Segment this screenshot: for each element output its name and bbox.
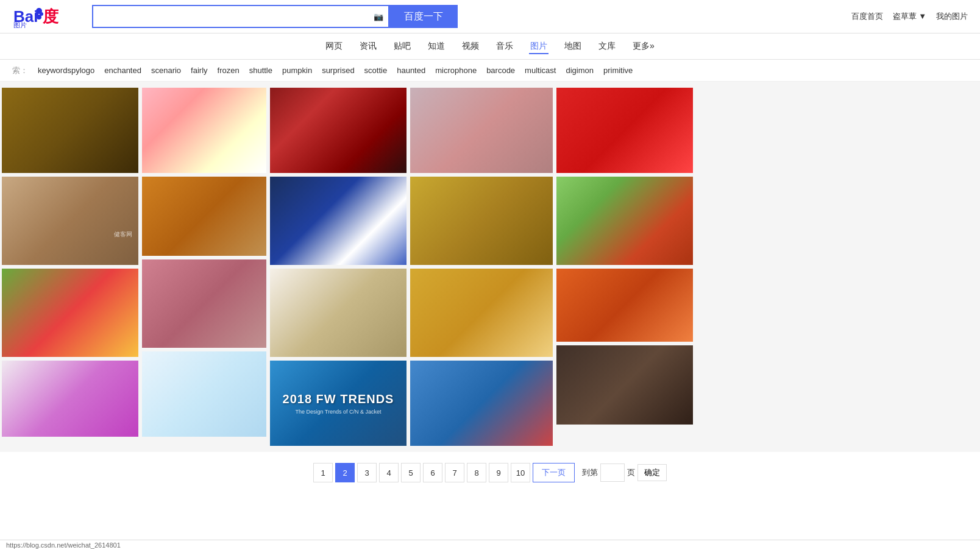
image-card-dark-food[interactable]	[556, 345, 693, 425]
keyword-surprised[interactable]: surprised	[318, 65, 358, 76]
tab-music[interactable]: 音乐	[495, 38, 514, 54]
image-card-noodles[interactable]	[410, 177, 553, 265]
settings-dropdown-icon: ▼	[918, 12, 926, 21]
trends-subtitle: The Design Trends of C/N & Jacket	[295, 409, 381, 415]
nav-tabs: 网页 资讯 贴吧 知道 视频 音乐 图片 地图 文库 更多»	[0, 33, 980, 60]
goto-input[interactable]	[600, 464, 625, 482]
image-card-pumpkin-food[interactable]	[142, 177, 266, 256]
keywords-bar: 索： keywordspylogo enchanted scenario fai…	[0, 60, 980, 82]
page-2-active[interactable]: 2	[335, 463, 355, 482]
trends-overlay: 2018 FW TRENDS The Design Trends of C/N …	[270, 361, 407, 446]
page-goto: 到第 页 确定	[582, 464, 667, 482]
image-col-0: out/' target='_blank'> a name='innerlink…	[0, 88, 140, 446]
tab-map[interactable]: 地图	[563, 38, 583, 54]
pagination: 1 2 3 4 5 6 7 8 9 10 下一页 到第 页 确定	[0, 452, 980, 493]
search-input-container: keyword 📷	[92, 5, 389, 28]
image-card-people[interactable]	[556, 177, 693, 265]
keyword-multicast[interactable]: multicast	[521, 65, 559, 76]
tab-more[interactable]: 更多»	[631, 38, 656, 54]
header: Bai 度 图片 keyword 📷 百度一下 百度首页 盗草蕈 ▼ 我的图片	[0, 0, 980, 33]
tab-webpage[interactable]: 网页	[324, 38, 344, 54]
keyword-pumpkin[interactable]: pumpkin	[279, 65, 316, 76]
tab-tieba[interactable]: 贴吧	[392, 38, 412, 54]
keyword-barcode[interactable]: barcode	[483, 65, 519, 76]
image-card-fruits[interactable]	[2, 269, 138, 357]
keyword-scenario[interactable]: scenario	[147, 65, 185, 76]
tab-zhidao[interactable]: 知道	[427, 38, 446, 54]
goto-label: 到第	[582, 467, 598, 478]
image-col-1	[140, 88, 268, 446]
svg-point-6	[37, 15, 41, 19]
page-1[interactable]: 1	[313, 463, 333, 482]
image-card-moon-painting[interactable]	[270, 177, 407, 265]
header-right: 百度首页 盗草蕈 ▼ 我的图片	[851, 11, 968, 22]
image-card-cells[interactable]	[2, 361, 138, 437]
svg-text:度: 度	[42, 7, 59, 26]
trends-title: 2018 FW TRENDS	[283, 392, 394, 406]
image-card-strawberries[interactable]	[556, 88, 693, 173]
tab-news[interactable]: 资讯	[358, 38, 378, 54]
tab-library[interactable]: 文库	[597, 38, 617, 54]
keyword-keywordspylogo[interactable]: keywordspylogo	[34, 65, 98, 76]
page-10[interactable]: 10	[511, 463, 530, 482]
image-card-bracelet[interactable]: 健客网	[2, 177, 138, 265]
image-card-gel[interactable]	[142, 351, 266, 437]
image-card-meat2[interactable]	[410, 88, 553, 173]
image-card-trends[interactable]: 2018 FW TRENDS The Design Trends of C/N …	[270, 361, 407, 446]
search-button[interactable]: 百度一下	[389, 5, 458, 28]
camera-icon[interactable]: 📷	[369, 12, 388, 21]
image-card-nuts[interactable]: out/' target='_blank'> a name='innerlink…	[2, 88, 138, 173]
page-4[interactable]: 4	[379, 463, 399, 482]
image-col-4	[555, 88, 695, 446]
image-card-turnip[interactable]	[270, 269, 407, 357]
image-col-2: 2018 FW TRENDS The Design Trends of C/N …	[268, 88, 408, 446]
tab-video[interactable]: 视频	[461, 38, 480, 54]
image-card-raw-meat[interactable]	[142, 259, 266, 348]
goto-confirm-button[interactable]: 确定	[637, 464, 667, 481]
page-5[interactable]: 5	[401, 463, 421, 482]
watermark-text: 健客网	[114, 230, 132, 239]
page-9[interactable]: 9	[489, 463, 508, 482]
keyword-primitive[interactable]: primitive	[600, 65, 636, 76]
settings-label: 盗草蕈	[893, 12, 917, 21]
tab-images[interactable]: 图片	[529, 38, 549, 54]
keyword-haunted[interactable]: haunted	[393, 65, 429, 76]
page-6[interactable]: 6	[423, 463, 442, 482]
image-grid: out/' target='_blank'> a name='innerlink…	[0, 82, 980, 452]
keyword-digimon[interactable]: digimon	[562, 65, 597, 76]
my-pics-link[interactable]: 我的图片	[936, 11, 968, 22]
image-card-porridge[interactable]	[410, 269, 553, 357]
keyword-microphone[interactable]: microphone	[431, 65, 480, 76]
keyword-scottie[interactable]: scottie	[361, 65, 391, 76]
logo: Bai 度 图片	[12, 5, 82, 28]
page-unit-label: 页	[627, 467, 635, 478]
keyword-frozen[interactable]: frozen	[214, 65, 243, 76]
next-page-button[interactable]: 下一页	[533, 463, 575, 482]
keyword-shuttle[interactable]: shuttle	[246, 65, 276, 76]
image-card-glove[interactable]	[556, 269, 693, 342]
image-card-flowers[interactable]	[142, 88, 266, 173]
image-col-3	[408, 88, 555, 446]
baidu-home-link[interactable]: 百度首页	[851, 11, 883, 22]
page-3[interactable]: 3	[357, 463, 377, 482]
keywords-label: 索：	[12, 65, 28, 76]
svg-text:图片: 图片	[13, 21, 27, 28]
keyword-fairly[interactable]: fairly	[187, 65, 211, 76]
image-card-elderly[interactable]	[410, 361, 553, 446]
search-box: keyword 📷 百度一下	[92, 5, 458, 28]
baidu-logo-svg: Bai 度 图片	[12, 5, 82, 28]
keyword-enchanted[interactable]: enchanted	[101, 65, 145, 76]
image-card-pomegranate[interactable]	[270, 88, 407, 173]
page-8[interactable]: 8	[467, 463, 486, 482]
settings-link[interactable]: 盗草蕈 ▼	[893, 11, 927, 22]
page-7[interactable]: 7	[445, 463, 464, 482]
search-input[interactable]: keyword	[93, 11, 369, 22]
